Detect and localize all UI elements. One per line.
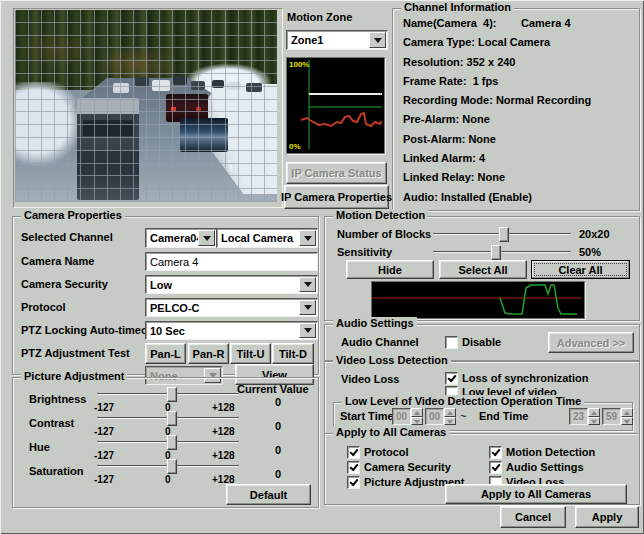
apply-button[interactable]: Apply <box>575 506 639 528</box>
picture-adjustment-group: Picture Adjustment Current Value Brightn… <box>12 377 319 508</box>
channel-info-row: Linked Alarm: 4 <box>403 152 591 171</box>
dropdown-arrow-icon[interactable] <box>299 323 316 338</box>
number-of-blocks-label: Number of Blocks <box>337 228 431 240</box>
sensitivity-slider-thumb[interactable] <box>491 245 501 260</box>
channel-info-row: Linked Relay: None <box>403 171 591 190</box>
sensitivity-value: 50% <box>579 246 601 258</box>
camera-security-select[interactable]: Low <box>145 275 318 294</box>
saturation-current-value: 0 <box>275 468 281 480</box>
channel-info-row: Name(Camera 4): Camera 4 <box>403 17 591 36</box>
motion-zone-select[interactable]: Zone1 <box>286 30 388 50</box>
default-button[interactable]: Default <box>226 484 311 505</box>
number-of-blocks-slider-thumb[interactable] <box>499 227 509 242</box>
motion-zone-value: Zone1 <box>291 34 323 46</box>
apply-all-group: Apply to All Cameras Protocol Camera Sec… <box>324 433 640 505</box>
camera-source-select[interactable]: Local Camera <box>216 228 318 248</box>
brightness-slider-thumb[interactable] <box>167 387 177 402</box>
hide-button[interactable]: Hide <box>346 260 434 279</box>
brightness-slider[interactable] <box>97 386 239 401</box>
channel-info-row: Camera Type: Local Camera <box>403 36 591 55</box>
apply-motion-detection-label: Motion Detection <box>506 446 595 458</box>
scale-mid: 0 <box>165 474 171 485</box>
video-preview-frame <box>13 8 283 208</box>
apply-protocol-label: Protocol <box>364 446 409 458</box>
apply-motion-detection-checkbox[interactable] <box>489 446 502 459</box>
camera-name-label: Camera Name <box>21 255 94 267</box>
camera-properties-title: Camera Properties <box>21 209 125 221</box>
end-hour-spinner: 23 <box>569 408 600 425</box>
video-loss-group: Video Loss Detection Video Loss Loss of … <box>324 361 640 434</box>
saturation-slider[interactable] <box>97 458 239 473</box>
channel-info-row: Audio: Installed (Enable) <box>403 191 591 210</box>
apply-camera-security-checkbox[interactable] <box>347 461 360 474</box>
channel-info-row: Recording Mode: Normal Recording <box>403 94 591 113</box>
hue-current-value: 0 <box>275 444 281 456</box>
video-loss-title: Video Loss Detection <box>333 354 451 366</box>
camera-security-label: Camera Security <box>21 278 108 290</box>
tilt-down-button[interactable]: Tilt-D <box>272 343 314 364</box>
dropdown-arrow-icon[interactable] <box>369 32 386 48</box>
apply-to-all-cameras-button[interactable]: Apply to All Cameras <box>445 484 627 504</box>
protocol-value: PELCO-C <box>150 302 200 314</box>
saturation-slider-thumb[interactable] <box>167 459 177 474</box>
saturation-label: Saturation <box>29 465 83 477</box>
loss-of-sync-checkbox[interactable] <box>445 372 458 385</box>
advanced-button: Advanced >> <box>548 332 634 353</box>
picture-adjustment-title: Picture Adjustment <box>21 370 127 382</box>
camera-preview[interactable] <box>15 10 277 202</box>
spinner-down-icon <box>411 417 423 426</box>
pan-right-button[interactable]: Pan-R <box>188 343 229 364</box>
current-value-header: Current Value <box>237 383 309 395</box>
scale-min: -127 <box>94 474 114 485</box>
start-hour-spinner: 00 <box>392 408 423 425</box>
camera-source-value: Local Camera <box>221 232 293 244</box>
ptz-test-label: PTZ Adjustment Test <box>21 347 130 359</box>
contrast-slider-thumb[interactable] <box>167 411 177 426</box>
time-separator: ~ <box>460 410 466 422</box>
tilt-up-button[interactable]: Tilt-U <box>230 343 271 364</box>
select-all-button[interactable]: Select All <box>439 260 527 279</box>
dropdown-arrow-icon[interactable] <box>198 230 215 246</box>
ip-camera-properties-button[interactable]: IP Camera Properties <box>284 185 389 209</box>
number-of-blocks-slider[interactable] <box>433 226 571 241</box>
end-minute-spinner: 59 <box>602 408 633 425</box>
apply-picture-adjustment-checkbox[interactable] <box>347 476 360 489</box>
clear-all-button[interactable]: Clear All <box>531 260 630 279</box>
pan-left-button[interactable]: Pan-L <box>145 343 186 364</box>
camera-security-value: Low <box>150 279 172 291</box>
slider-track <box>433 251 571 253</box>
sensitivity-slider[interactable] <box>433 244 571 259</box>
channel-info-row: Pre-Alarm: None <box>403 113 591 132</box>
protocol-select[interactable]: PELCO-C <box>145 298 318 317</box>
end-time-label: End Time <box>479 410 528 422</box>
apply-protocol-checkbox[interactable] <box>347 446 360 459</box>
motion-level-plot <box>287 58 382 151</box>
audio-disable-checkbox[interactable] <box>445 336 458 349</box>
motion-zone-grid-overlay[interactable] <box>15 10 277 202</box>
apply-audio-settings-checkbox[interactable] <box>489 461 502 474</box>
hue-slider[interactable] <box>97 434 239 449</box>
selected-channel-value: Camera04 <box>150 232 203 244</box>
contrast-label: Contrast <box>29 417 74 429</box>
apply-all-title: Apply to All Cameras <box>333 426 449 438</box>
contrast-slider[interactable] <box>97 410 239 425</box>
spinner-up-icon <box>411 408 423 417</box>
dropdown-arrow-icon[interactable] <box>299 230 316 246</box>
cancel-button[interactable]: Cancel <box>500 506 566 528</box>
start-minute-value: 00 <box>425 408 444 425</box>
number-of-blocks-value: 20x20 <box>579 228 610 240</box>
motion-activity-graph <box>371 281 585 319</box>
dropdown-arrow-icon[interactable] <box>299 300 316 315</box>
ptz-timeout-select[interactable]: 10 Sec <box>145 321 318 340</box>
camera-name-input[interactable]: Camera 4 <box>145 252 318 271</box>
selected-channel-select[interactable]: Camera04 <box>145 228 217 248</box>
hue-slider-thumb[interactable] <box>167 435 177 450</box>
sensitivity-label: Sensitivity <box>337 246 392 258</box>
ip-camera-status-button: IP Camera Status <box>286 162 387 184</box>
channel-information-list: Name(Camera 4): Camera 4 Camera Type: Lo… <box>403 17 591 210</box>
apply-audio-settings-label: Audio Settings <box>506 461 584 473</box>
spinner-down-icon <box>621 417 633 426</box>
motion-zone-label: Motion Zone <box>287 11 352 23</box>
motion-zone-graph: 100% 0% <box>286 57 385 154</box>
dropdown-arrow-icon[interactable] <box>299 277 316 292</box>
